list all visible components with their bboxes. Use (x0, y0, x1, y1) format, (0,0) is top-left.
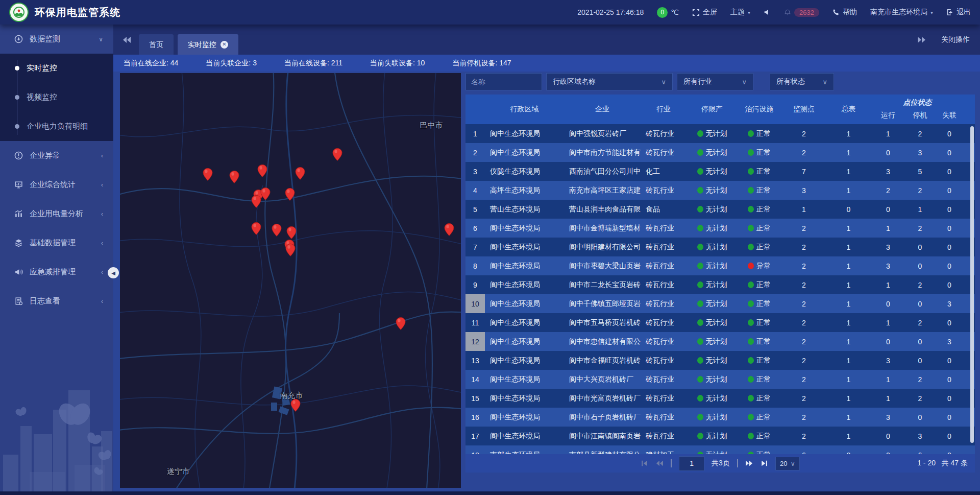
help-button[interactable]: 帮助 (832, 8, 857, 17)
fullscreen-button[interactable]: 全屏 (692, 8, 717, 17)
map-pin[interactable] (271, 224, 282, 239)
sidebar-item-basic-data-management[interactable]: 基础数据管理 ‹ (0, 228, 113, 257)
map-pin[interactable] (395, 317, 406, 332)
app-root: 环保用电监管系统 2021-02-25 17:46:18 0 ℃ 全屏 主题 ▾ (0, 0, 980, 495)
cell-running: 2 (870, 186, 906, 195)
table-row[interactable]: 17 阆中生态环境局 阆中市江南镇阆南页岩 砖瓦行业 无计划 正常 2 1 0 … (465, 427, 975, 445)
sidebar-item-log-view[interactable]: 日志查看 ‹ (0, 287, 113, 316)
row-number: 13 (465, 351, 485, 370)
table-row[interactable]: 14 阆中生态环境局 阆中大兴页岩机砖厂 砖瓦行业 无计划 正常 2 1 1 2… (465, 370, 975, 389)
cell-region: 阆中生态环境局 (485, 337, 564, 346)
table-row[interactable]: 3 仪陇生态环境局 西南油气田分公司川中 化工 无计划 正常 7 1 3 5 0 (465, 162, 975, 181)
table-row[interactable]: 2 阆中生态环境局 阆中市南方节能建材有 砖瓦行业 无计划 正常 2 1 0 3… (465, 143, 975, 162)
status-filter-select[interactable]: 所有状态 ∨ (770, 73, 834, 90)
status-dot-icon (748, 149, 754, 156)
column-header[interactable]: 行政区域 (485, 95, 564, 124)
column-header[interactable]: 治污设施 (738, 95, 781, 124)
column-header[interactable]: 监测点 (781, 95, 827, 124)
column-header[interactable]: 停机 (906, 111, 934, 120)
status-dot-icon (748, 357, 754, 364)
table-row[interactable]: 6 阆中生态环境局 阆中市金博瑞新型墙材 砖瓦行业 无计划 正常 2 1 1 2… (465, 219, 975, 238)
butterfly-icon (57, 403, 92, 429)
table-row[interactable]: 18 南部生态环境局 南部县新型建材有限公 建材加工 无计划 正常 6 0 0 … (465, 445, 975, 454)
table-row[interactable]: 12 阆中生态环境局 阆中市忠信建材有限公 砖瓦行业 无计划 正常 2 1 0 … (465, 332, 975, 351)
sidebar-item-company-statistics[interactable]: 企业综合统计 ‹ (0, 170, 113, 199)
cell-stopped: 2 (906, 319, 934, 327)
table-row[interactable]: 4 高坪生态环境局 南充市高坪区王家店建 砖瓦行业 无计划 正常 3 1 2 2… (465, 181, 975, 200)
sidebar-item-power-usage-analysis[interactable]: 企业用电量分析 ‹ (0, 199, 113, 228)
first-page-button[interactable] (641, 460, 648, 467)
column-header[interactable]: 停限产 (687, 95, 738, 124)
cell-pollution-facility: 正常 (738, 394, 781, 403)
cell-monitor-points: 2 (781, 281, 827, 289)
map-pin[interactable] (295, 167, 306, 182)
name-filter-input[interactable] (465, 73, 542, 90)
cell-industry: 砖瓦行业 (641, 337, 687, 346)
cell-lost: 0 (934, 357, 965, 365)
theme-menu[interactable]: 主题 ▾ (730, 8, 750, 17)
column-header[interactable]: 总表 (827, 95, 870, 124)
sidebar-collapse-toggle[interactable]: ◀ (108, 267, 119, 278)
map-pin[interactable] (229, 170, 240, 185)
map-pin[interactable] (444, 223, 455, 238)
cell-company: 南部县新型建材有限公 (564, 451, 641, 455)
map-pin[interactable] (285, 244, 296, 259)
table-row[interactable]: 15 阆中生态环境局 阆中市光富页岩机砖厂 砖瓦行业 无计划 正常 2 1 1 … (465, 389, 975, 408)
stat-value: 44 (170, 59, 179, 67)
tabs-scroll-left-button[interactable] (122, 36, 132, 44)
table-row[interactable]: 16 阆中生态环境局 阆中市石子页岩机砖厂 砖瓦行业 无计划 正常 2 1 3 … (465, 408, 975, 427)
map-pin[interactable] (251, 222, 262, 238)
user-menu[interactable]: 南充市生态环境局 ▾ (870, 8, 933, 17)
page-size-select[interactable]: 20 ∨ (775, 457, 800, 470)
next-page-button[interactable] (745, 460, 753, 467)
table-row[interactable]: 5 营山生态环境局 营山县润丰肉食品有限 食品 无计划 正常 1 0 0 1 0 (465, 200, 975, 219)
sidebar-item-data-monitoring[interactable]: 数据监测 ∨ (0, 25, 113, 54)
map-pin[interactable] (202, 168, 213, 183)
tab-home[interactable]: 首页 (139, 34, 174, 55)
table-row[interactable]: 1 阆中生态环境局 阆中强锐页岩砖厂 砖瓦行业 无计划 正常 2 1 1 2 0 (465, 124, 975, 143)
row-number: 4 (465, 181, 485, 200)
sidebar-item-label: 基础数据管理 (30, 238, 94, 248)
cell-total-meters: 1 (827, 281, 870, 289)
tabs-scroll-right-button[interactable] (917, 36, 926, 44)
sidebar-item-company-abnormal[interactable]: 企业异常 ‹ (0, 141, 113, 170)
prev-page-button[interactable] (655, 460, 664, 467)
table-row[interactable]: 9 阆中生态环境局 阆中市二龙长宝页岩砖 砖瓦行业 无计划 正常 2 1 1 2… (465, 275, 975, 294)
map-pin[interactable] (257, 164, 268, 180)
cell-stopped: 3 (906, 149, 934, 157)
table-row[interactable]: 7 阆中生态环境局 阆中明阳建材有限公司 砖瓦行业 无计划 正常 2 1 3 0… (465, 238, 975, 256)
close-tab-icon[interactable]: ✕ (220, 41, 228, 49)
cell-region: 高坪生态环境局 (485, 186, 564, 195)
column-header[interactable]: 行业 (641, 95, 687, 124)
stat-label: 当前失联企业: (206, 59, 253, 67)
sidebar-subitem-realtime-monitor[interactable]: 实时监控 (0, 54, 113, 83)
last-page-button[interactable] (761, 460, 768, 467)
table-row[interactable]: 10 阆中生态环境局 阆中千佛镇五郎垭页岩 砖瓦行业 无计划 正常 2 1 0 … (465, 294, 975, 313)
map-panel[interactable]: 巴中市南充市遂宁市 (120, 73, 461, 488)
cell-pollution-facility: 正常 (738, 243, 781, 252)
sidebar-item-emergency-reduction[interactable]: 应急减排管理 ‹ (0, 257, 113, 287)
map-pin[interactable] (332, 148, 343, 163)
table-row[interactable]: 11 阆中生态环境局 阆中市五马桥页岩机砖 砖瓦行业 无计划 正常 2 1 1 … (465, 313, 975, 332)
sidebar-subitem-power-load-detail[interactable]: 企业电力负荷明细 (0, 112, 113, 141)
column-header[interactable]: 运行 (870, 111, 906, 120)
alert-icon (14, 151, 23, 160)
tab-realtime[interactable]: 实时监控 ✕ (178, 34, 238, 55)
industry-filter-select[interactable]: 所有行业 ∨ (677, 73, 753, 90)
close-operations-button[interactable]: 关闭操作 (941, 35, 970, 44)
page-number-input[interactable] (679, 456, 704, 471)
table-row[interactable]: 8 阆中生态环境局 阆中市枣碧大梁山页岩 砖瓦行业 无计划 异常 2 1 3 0… (465, 256, 975, 275)
stat-stopped-devices: 当前停机设备: 147 (452, 59, 511, 68)
map-pin[interactable] (284, 187, 296, 203)
region-filter-select[interactable]: 行政区域名称 ∨ (546, 73, 673, 90)
sound-button[interactable] (764, 9, 771, 16)
column-header[interactable]: 失联 (934, 111, 965, 120)
table-scrollbar[interactable] (970, 126, 974, 443)
exit-button[interactable]: 退出 (946, 8, 971, 17)
notifications[interactable]: 2632 (784, 8, 819, 17)
map-pin[interactable] (251, 195, 262, 210)
table-row[interactable]: 13 阆中生态环境局 阆中市金福旺页岩机砖 砖瓦行业 无计划 正常 2 1 3 … (465, 351, 975, 370)
column-header[interactable]: 企业 (564, 95, 641, 124)
sidebar-subitem-video-monitor[interactable]: 视频监控 (0, 83, 113, 112)
map-pin[interactable] (290, 398, 301, 414)
